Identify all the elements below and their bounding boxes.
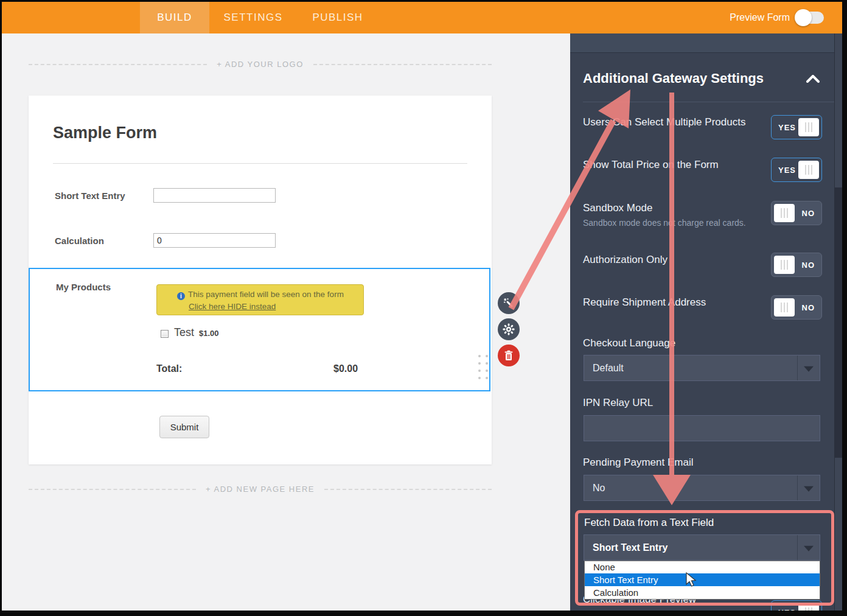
submit-button[interactable]: Submit xyxy=(159,416,209,438)
screen-frame xyxy=(842,0,847,616)
delete-field-button[interactable] xyxy=(498,345,520,366)
title-divider xyxy=(53,163,467,164)
drag-handle-icon[interactable] xyxy=(478,355,489,382)
toggle-state-label: NO xyxy=(802,261,815,270)
gear-icon xyxy=(503,323,515,335)
toggle-state-label: YES xyxy=(778,166,796,175)
add-new-page-label: + ADD NEW PAGE HERE xyxy=(206,485,315,494)
setting-label-shipment: Require Shipment Address xyxy=(583,296,706,309)
setting-label-multiple-products: Users Can Select Multiple Products xyxy=(583,116,745,128)
panel-divider xyxy=(583,102,835,102)
add-new-page-row[interactable]: + ADD NEW PAGE HERE xyxy=(29,485,492,494)
panel-top-strip xyxy=(570,33,834,53)
setting-label-ipn-relay: IPN Relay URL xyxy=(583,397,653,409)
preview-toggle-knob xyxy=(795,9,812,26)
checkout-language-select[interactable]: Default xyxy=(584,355,820,381)
field-settings-button[interactable] xyxy=(498,318,520,340)
tab-settings[interactable]: SETTINGS xyxy=(209,2,297,33)
toggle-knob xyxy=(774,204,795,222)
toggle-state-label: NO xyxy=(802,303,815,312)
product-name: Test xyxy=(174,326,194,339)
setting-label-pending-email: Pending Payment Email xyxy=(583,457,693,469)
add-logo-label: + ADD YOUR LOGO xyxy=(217,60,304,69)
option-none[interactable]: None xyxy=(585,561,820,573)
panel-scrollbar-thumb[interactable] xyxy=(835,187,842,458)
toggle-shipment[interactable]: NO xyxy=(771,295,822,320)
toggle-sandbox[interactable]: NO xyxy=(771,201,822,225)
product-price: $1.00 xyxy=(199,329,219,338)
toggle-multiple-products[interactable]: YES xyxy=(771,115,822,139)
setting-label-fetch-data: Fetch Data from a Text Field xyxy=(584,517,714,529)
toggle-show-total[interactable]: YES xyxy=(771,158,822,182)
setting-label-authorization: Authorization Only xyxy=(583,254,667,266)
preview-form-toggle[interactable] xyxy=(797,12,824,24)
payment-visibility-notice: iThis payment field will be seen on the … xyxy=(156,284,364,315)
toggle-knob xyxy=(774,298,795,317)
toggle-state-label: YES xyxy=(778,123,796,132)
toggle-knob xyxy=(774,256,795,274)
notice-text: iThis payment field will be seen on the … xyxy=(177,290,344,300)
form-title: Sample Form xyxy=(53,124,157,142)
screen-frame xyxy=(0,0,847,2)
field-label-my-products: My Products xyxy=(56,282,111,292)
chevron-up-icon[interactable] xyxy=(806,75,820,83)
fetch-data-select[interactable]: Short Text Entry xyxy=(584,534,820,561)
top-navigation-bar: BUILD SETTINGS PUBLISH Preview Form xyxy=(2,2,842,33)
fetch-data-option-list: None Short Text Entry Calculation xyxy=(584,561,820,600)
short-text-entry-input[interactable] xyxy=(153,188,276,203)
option-short-text-entry[interactable]: Short Text Entry xyxy=(585,573,820,586)
total-value: $0.00 xyxy=(333,363,358,374)
toggle-knob xyxy=(798,118,819,136)
product-checkbox[interactable] xyxy=(161,330,169,338)
pending-email-value: No xyxy=(593,483,605,494)
preview-form-label: Preview Form xyxy=(730,12,790,23)
setting-label-sandbox: Sandbox Mode xyxy=(583,202,652,214)
ipn-relay-url-input[interactable] xyxy=(584,415,820,441)
chevron-down-icon xyxy=(797,535,820,560)
trash-icon xyxy=(504,350,514,361)
option-calculation[interactable]: Calculation xyxy=(585,586,820,599)
total-label: Total: xyxy=(156,363,182,374)
screen-frame xyxy=(0,611,847,616)
field-label-calculation: Calculation xyxy=(55,236,104,246)
setting-sublabel-sandbox: Sandbox mode does not charge real cards. xyxy=(583,218,746,228)
magic-wand-icon xyxy=(503,298,514,309)
preview-form-control: Preview Form xyxy=(730,2,824,33)
chevron-down-icon xyxy=(797,475,820,500)
hide-field-link[interactable]: Click here HIDE instead xyxy=(189,302,276,311)
fetch-data-value: Short Text Entry xyxy=(593,542,667,553)
form-builder-screen: BUILD SETTINGS PUBLISH Preview Form + AD… xyxy=(0,0,847,616)
calculation-input[interactable] xyxy=(153,233,276,248)
pending-payment-email-select[interactable]: No xyxy=(584,475,820,501)
form-card: Sample Form Short Text Entry Calculation… xyxy=(29,96,492,464)
panel-title: Additional Gateway Settings xyxy=(583,71,764,86)
toggle-authorization[interactable]: NO xyxy=(771,253,822,277)
info-icon: i xyxy=(177,292,185,300)
setting-label-checkout-language: Checkout Language xyxy=(583,337,675,349)
checkout-language-value: Default xyxy=(593,363,624,374)
add-logo-row[interactable]: + ADD YOUR LOGO xyxy=(29,60,492,69)
setting-label-show-total: Show Total Price on the Form xyxy=(583,159,719,171)
chevron-down-icon xyxy=(797,355,820,380)
tab-settings-label: SETTINGS xyxy=(223,12,282,24)
selected-payment-field[interactable]: My Products iThis payment field will be … xyxy=(29,268,490,391)
wizard-button[interactable] xyxy=(498,292,520,314)
tab-build-label: BUILD xyxy=(157,12,192,24)
toggle-state-label: NO xyxy=(802,209,815,218)
tab-publish[interactable]: PUBLISH xyxy=(297,2,378,33)
tab-publish-label: PUBLISH xyxy=(312,12,363,24)
field-label-short-text: Short Text Entry xyxy=(55,191,125,201)
form-canvas: + ADD YOUR LOGO Sample Form Short Text E… xyxy=(2,33,570,611)
toggle-knob xyxy=(798,161,819,179)
tab-build[interactable]: BUILD xyxy=(140,2,209,33)
screen-frame xyxy=(0,0,2,616)
